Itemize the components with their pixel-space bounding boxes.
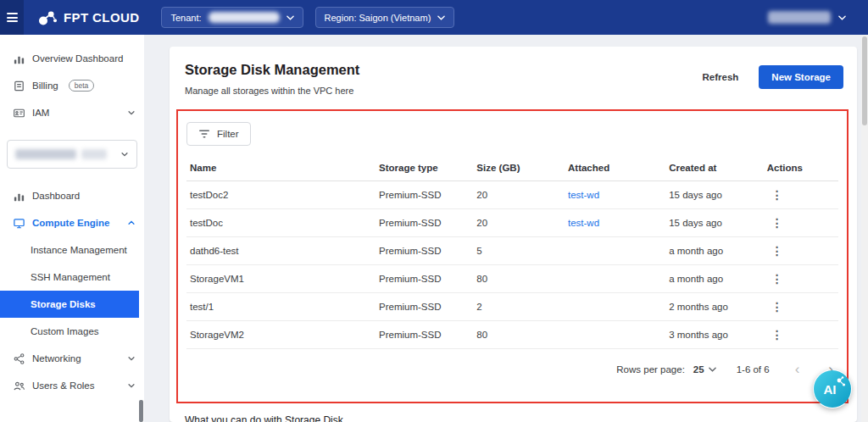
cell-storage-type: Premium-SSD xyxy=(376,209,473,237)
filter-label: Filter xyxy=(217,129,239,139)
sidebar-item-custom-images[interactable]: Custom Images xyxy=(0,318,144,345)
page-title: Storage Disk Management xyxy=(185,62,359,78)
column-header-size: Size (GB) xyxy=(473,155,565,181)
cell-storage-type: Premium-SSD xyxy=(376,321,473,349)
kebab-menu-icon[interactable]: ⋮ xyxy=(767,300,787,314)
cell-name: testDoc xyxy=(186,209,376,237)
column-header-attached: Attached xyxy=(565,155,665,181)
users-icon xyxy=(12,379,25,392)
cell-created-at: 15 days ago xyxy=(665,209,760,237)
sidebar-item-compute-engine[interactable]: Compute Engine xyxy=(0,209,144,236)
menu-toggle-button[interactable] xyxy=(0,0,24,35)
screen: FPT CLOUD Tenant: Region: Saigon (Vietna… xyxy=(0,0,868,422)
cell-size: 2 xyxy=(473,293,565,321)
cell-name: dathd6-test xyxy=(186,237,376,265)
sidebar-item-billing[interactable]: Billing beta xyxy=(0,72,144,99)
cell-size: 20 xyxy=(473,209,565,237)
page-scrollbar[interactable] xyxy=(861,35,868,422)
chevron-down-icon xyxy=(838,15,846,20)
attached-instance-link[interactable]: test-wd xyxy=(568,218,599,228)
new-storage-button[interactable]: New Storage xyxy=(759,65,843,89)
bar-chart-icon xyxy=(12,52,25,65)
ai-assistant-button[interactable]: AI xyxy=(813,369,852,408)
region-select[interactable]: Region: Saigon (Vietnam) xyxy=(315,7,455,28)
cell-attached: test-wd xyxy=(565,209,665,237)
cell-storage-type: Premium-SSD xyxy=(376,181,473,209)
sidebar-item-instance-management[interactable]: Instance Management xyxy=(0,236,144,264)
cell-actions: ⋮ xyxy=(760,237,838,265)
rows-per-page-select[interactable]: 25 xyxy=(693,364,716,375)
kebab-menu-icon[interactable]: ⋮ xyxy=(767,244,787,258)
sidebar-item-dashboard[interactable]: Dashboard xyxy=(0,182,144,209)
sidebar-item-label: Billing xyxy=(32,81,58,91)
bar-chart-icon xyxy=(12,189,25,203)
vpc-value-redacted xyxy=(81,149,107,159)
sidebar-item-ssh-management[interactable]: SSH Management xyxy=(0,264,144,291)
pagination: Rows per page: 25 1-6 of 6 ‹ › xyxy=(186,349,838,397)
cell-name: testDoc2 xyxy=(186,181,376,209)
user-menu[interactable] xyxy=(761,7,853,29)
kebab-menu-icon[interactable]: ⋮ xyxy=(767,188,787,202)
network-nodes-icon xyxy=(12,352,25,365)
brand: FPT CLOUD xyxy=(37,8,139,27)
kebab-menu-icon[interactable]: ⋮ xyxy=(767,328,787,341)
kebab-menu-icon[interactable]: ⋮ xyxy=(767,272,787,286)
chevron-down-icon xyxy=(127,354,136,363)
attached-instance-link[interactable]: test-wd xyxy=(568,190,599,200)
page-scrollbar-thumb[interactable] xyxy=(862,36,867,125)
column-header-name: Name xyxy=(186,155,376,181)
chevron-down-icon xyxy=(437,15,445,20)
cell-attached: test-wd xyxy=(565,181,665,209)
filter-icon xyxy=(198,129,210,139)
table-header-row: Name Storage type Size (GB) Attached Cre… xyxy=(186,155,838,181)
cell-actions: ⋮ xyxy=(760,293,838,321)
cell-created-at: 3 months ago xyxy=(665,321,760,349)
chevron-down-icon xyxy=(709,367,716,372)
table-row: testDoc Premium-SSD 20 test-wd 15 days a… xyxy=(186,209,838,237)
cell-created-at: 15 days ago xyxy=(665,181,760,209)
footer-heading: What you can do with Storage Disk xyxy=(185,414,843,422)
sidebar-scrollbar-thumb[interactable] xyxy=(139,400,143,422)
annotation-highlight: Filter Name Storage type Size (GB) Attac… xyxy=(176,109,849,403)
cell-size: 5 xyxy=(473,237,565,265)
cell-actions: ⋮ xyxy=(760,265,838,293)
topbar: FPT CLOUD Tenant: Region: Saigon (Vietna… xyxy=(0,0,868,35)
fpt-cloud-logo-icon xyxy=(37,8,58,27)
cell-storage-type: Premium-SSD xyxy=(376,293,473,321)
tenant-label: Tenant: xyxy=(170,13,201,23)
cell-created-at: a month ago xyxy=(665,265,760,293)
refresh-button[interactable]: Refresh xyxy=(698,71,744,83)
sidebar: Overview Dashboard Billing beta IAM xyxy=(0,35,144,422)
sidebar-item-iam[interactable]: IAM xyxy=(0,99,144,126)
sidebar-item-networking[interactable]: Networking xyxy=(0,345,144,372)
filter-button[interactable]: Filter xyxy=(186,122,251,146)
previous-page-button[interactable]: ‹ xyxy=(795,362,800,376)
vpc-value-redacted xyxy=(15,149,76,159)
kebab-menu-icon[interactable]: ⋮ xyxy=(767,216,787,230)
cell-size: 20 xyxy=(473,181,565,209)
cell-size: 80 xyxy=(473,265,565,293)
main-content: Storage Disk Management Manage all stora… xyxy=(144,35,868,422)
vpc-select[interactable] xyxy=(7,140,137,169)
sidebar-item-overview-dashboard[interactable]: Overview Dashboard xyxy=(0,45,144,72)
sidebar-item-users-roles[interactable]: Users & Roles xyxy=(0,372,144,399)
chevron-up-icon xyxy=(127,219,136,227)
hamburger-icon xyxy=(7,11,18,25)
sidebar-item-label: Storage Disks xyxy=(31,299,96,309)
table-row: StorageVM2 Premium-SSD 80 3 months ago ⋮ xyxy=(186,321,838,349)
sidebar-item-label: Custom Images xyxy=(31,326,99,336)
cell-created-at: a month ago xyxy=(665,237,760,265)
tenant-select[interactable]: Tenant: xyxy=(161,7,303,28)
chevron-down-icon xyxy=(287,15,294,20)
cell-actions: ⋮ xyxy=(760,321,838,349)
cell-created-at: 2 months ago xyxy=(665,293,760,321)
sidebar-item-label: Networking xyxy=(32,353,81,364)
page-subtitle: Manage all storages within the VPC here xyxy=(185,86,359,96)
sidebar-item-storage-disks[interactable]: Storage Disks xyxy=(0,291,139,318)
column-header-storage-type: Storage type xyxy=(376,155,473,181)
chevron-down-icon xyxy=(127,108,136,117)
cell-name: StorageVM1 xyxy=(186,265,376,293)
table-row: StorageVM1 Premium-SSD 80 a month ago ⋮ xyxy=(186,265,838,293)
chevron-down-icon xyxy=(120,150,129,158)
sidebar-item-label: Dashboard xyxy=(32,191,80,201)
